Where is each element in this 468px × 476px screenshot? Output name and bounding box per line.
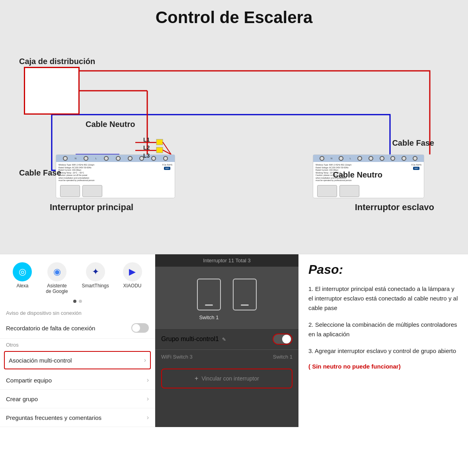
svg-rect-4 (156, 139, 163, 145)
switch-2-block (233, 279, 257, 320)
app-icon-smartthings: ✦ SmartThings (82, 262, 109, 294)
chevron-asociacion: › (144, 357, 146, 364)
compartir-label: Compartir equipo (6, 377, 52, 384)
diagram-section: Control de Escalera (0, 0, 468, 254)
device-list-row: WiFi Switch 3 Switch 1 (155, 349, 298, 364)
dot-1 (73, 300, 76, 303)
app-icons-row: ◎ Alexa ◉ Asistente de Google ✦ SmartThi… (0, 262, 155, 298)
google-icon: ◉ (47, 262, 66, 281)
distribution-box (24, 67, 80, 115)
section-otros: Otros (0, 339, 155, 349)
alexa-label: Alexa (16, 283, 28, 289)
smartthings-label: SmartThings (82, 283, 109, 289)
step-3: 3. Agregar interruptor esclavo y control… (308, 346, 458, 356)
bottom-section: ◎ Alexa ◉ Asistente de Google ✦ SmartThi… (0, 254, 468, 427)
label-cable-neutro-main: Cable Neutro (86, 120, 135, 129)
step-1: 1. El interruptor principal está conecta… (308, 284, 458, 313)
switch-1-label: Switch 1 (199, 314, 218, 320)
toggle-recordatorio[interactable] (131, 323, 149, 333)
smartthings-icon: ✦ (86, 262, 105, 281)
switch-2-icon[interactable] (233, 279, 257, 310)
setting-compartir[interactable]: Compartir equipo › (0, 371, 155, 390)
multi-control-label: Grupo multi-control1 ✎ (161, 336, 226, 343)
chevron-preguntas: › (147, 414, 149, 421)
label-cable-neutro-slave: Cable Neutro (333, 170, 382, 179)
setting-preguntas[interactable]: Preguntas frecuentes y comentarios › (0, 408, 155, 427)
switch-display-area: Switch 1 (155, 267, 298, 328)
device1-label: WiFi Switch 3 (161, 354, 193, 360)
label-interruptor-main: Interruptor principal (50, 202, 133, 213)
label-cable-fase-slave: Cable Fase (392, 139, 434, 148)
asociacion-label: Asociación multi-control (9, 357, 72, 364)
dot-2 (79, 300, 82, 303)
switch-1-icon[interactable] (197, 279, 221, 310)
chevron-compartir: › (147, 377, 149, 384)
switch-1-block: Switch 1 (197, 279, 221, 320)
setting-recordatorio[interactable]: Recordatorio de falta de conexión (0, 318, 155, 339)
label-L3: L3 (143, 152, 150, 159)
edit-icon[interactable]: ✎ (222, 337, 226, 342)
app-header: Interruptor 11 Total 3 (155, 254, 298, 267)
xiaodu-icon: ▶ (123, 262, 142, 281)
multi-control-row: Grupo multi-control1 ✎ (155, 328, 298, 349)
google-label: Asistente de Google (46, 283, 68, 294)
crear-grupo-label: Crear grupo (6, 396, 38, 402)
main-device: N L Wireless Type: WiFi 2.4GHz 802.11b/g… (56, 154, 175, 198)
label-interruptor-slave: Interruptor esclavo (355, 202, 434, 213)
label-L1: L1 (143, 137, 150, 143)
bind-button-label: Vincular con interruptor (201, 375, 259, 382)
page-title: Control de Escalera (12, 8, 456, 27)
label-cable-fase-main: Cable Fase (19, 168, 61, 178)
paso-title: Paso: (308, 262, 458, 277)
pagination-dots (0, 298, 155, 307)
chevron-crear-grupo: › (147, 395, 149, 402)
label-L2: L2 (143, 144, 150, 151)
wiring-diagram: Caja de distribución N L (12, 35, 456, 242)
middle-panel: Interruptor 11 Total 3 Switch 1 Grupo mu… (155, 254, 298, 427)
step-2: 2. Seleccione la combinación de múltiple… (308, 320, 458, 339)
preguntas-label: Preguntas frecuentes y comentarios (6, 414, 101, 421)
right-panel: Paso: 1. El interruptor principal está c… (298, 254, 468, 427)
label-distribucion: Caja de distribución (19, 57, 95, 66)
app-icon-xiaodu: ▶ XIAODU (123, 262, 142, 294)
bind-button[interactable]: + Vincular con interruptor (161, 369, 292, 388)
left-panel: ◎ Alexa ◉ Asistente de Google ✦ SmartThi… (0, 254, 155, 427)
warning-text: ( Sin neutro no puede funcionar) (308, 363, 458, 370)
section-aviso: Aviso de dispositivo sin conexión (0, 307, 155, 318)
toggle-multi-control[interactable] (273, 334, 292, 345)
app-icon-google: ◉ Asistente de Google (46, 262, 68, 294)
bind-plus-icon: + (195, 375, 198, 382)
svg-rect-5 (156, 147, 163, 153)
app-icon-alexa: ◎ Alexa (13, 262, 32, 294)
setting-crear-grupo[interactable]: Crear grupo › (0, 390, 155, 408)
xiaodu-label: XIAODU (123, 283, 142, 289)
device2-label: Switch 1 (273, 354, 292, 360)
setting-asociacion[interactable]: Asociación multi-control › (4, 351, 151, 369)
alexa-icon: ◎ (13, 262, 32, 281)
recordatorio-label: Recordatorio de falta de conexión (6, 325, 95, 332)
